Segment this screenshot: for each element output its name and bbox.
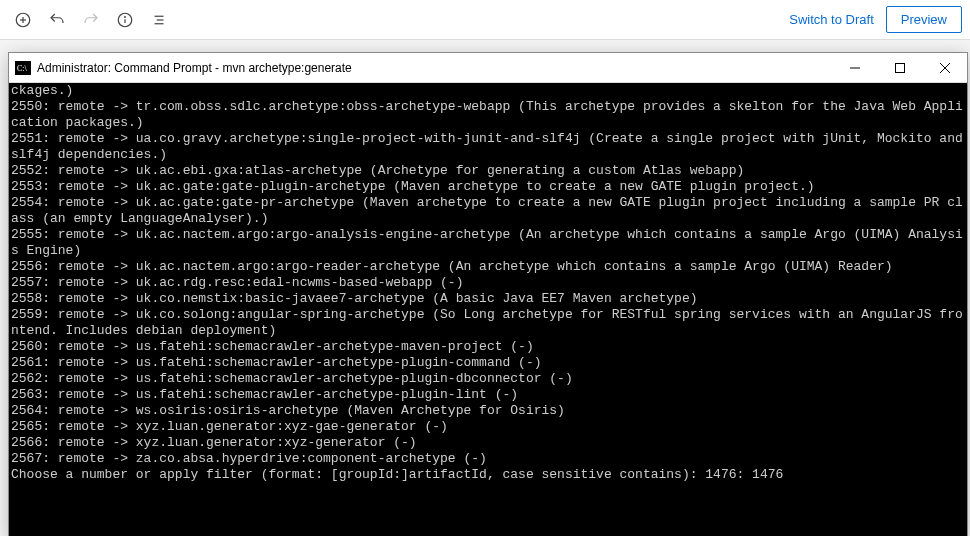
svg-point-5: [125, 16, 126, 17]
maximize-button[interactable]: [877, 53, 922, 82]
close-icon: [940, 63, 950, 73]
toolbar-left: [8, 5, 789, 35]
workspace: C:\ Administrator: Command Prompt - mvn …: [0, 40, 970, 536]
list-icon: [150, 11, 168, 29]
toolbar-right: Switch to Draft Preview: [789, 6, 962, 33]
window-title: Administrator: Command Prompt - mvn arch…: [37, 61, 832, 75]
info-icon: [116, 11, 134, 29]
close-button[interactable]: [922, 53, 967, 82]
undo-icon: [48, 11, 66, 29]
add-button[interactable]: [8, 5, 38, 35]
outline-button[interactable]: [144, 5, 174, 35]
editor-toolbar: Switch to Draft Preview: [0, 0, 970, 40]
switch-to-draft-link[interactable]: Switch to Draft: [789, 12, 874, 27]
maximize-icon: [895, 63, 905, 73]
svg-rect-12: [895, 63, 904, 72]
minimize-button[interactable]: [832, 53, 877, 82]
redo-button[interactable]: [76, 5, 106, 35]
info-button[interactable]: [110, 5, 140, 35]
terminal-output[interactable]: ckages.) 2550: remote -> tr.com.obss.sdl…: [9, 83, 967, 536]
window-controls: [832, 53, 967, 82]
window-titlebar[interactable]: C:\ Administrator: Command Prompt - mvn …: [9, 53, 967, 83]
redo-icon: [82, 11, 100, 29]
preview-button[interactable]: Preview: [886, 6, 962, 33]
plus-circle-icon: [14, 11, 32, 29]
svg-text:C:\: C:\: [17, 64, 28, 73]
minimize-icon: [850, 63, 860, 73]
undo-button[interactable]: [42, 5, 72, 35]
cmd-icon: C:\: [15, 61, 31, 75]
command-prompt-window: C:\ Administrator: Command Prompt - mvn …: [8, 52, 968, 536]
